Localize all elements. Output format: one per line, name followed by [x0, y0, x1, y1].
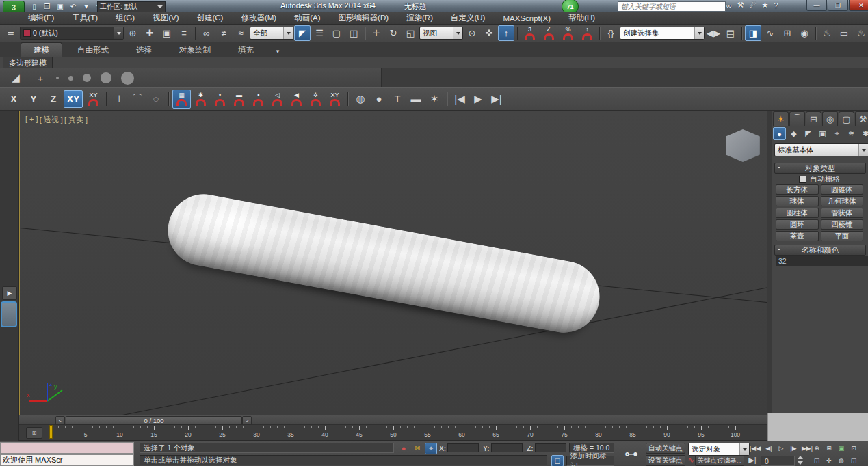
layer-manager-icon[interactable]: ≣ — [3, 25, 19, 41]
select-and-link-icon[interactable]: ∞ — [198, 25, 215, 41]
ribbon-minimize-icon[interactable]: ▾ — [269, 46, 287, 56]
open-file-icon[interactable]: ❒ — [42, 1, 53, 11]
selection-lock-icon[interactable]: ⊠ — [412, 443, 423, 453]
set-key-button[interactable]: ⊶ — [620, 443, 643, 465]
select-by-name-icon[interactable]: ☰ — [311, 25, 328, 41]
x-coordinate-field[interactable] — [447, 443, 479, 452]
reference-coordinate-combo[interactable]: 视图 — [419, 27, 463, 40]
frozen-snap-icon[interactable]: ✲ — [306, 90, 325, 109]
set-key-mode-button[interactable]: 设置关键点 — [646, 455, 685, 466]
face-snap-icon[interactable]: ◁ — [268, 90, 287, 109]
pivot-snap-icon[interactable]: ✱ — [192, 90, 210, 109]
time-slider[interactable]: < 0 / 100 > — [19, 415, 767, 425]
viewport-menu-pov[interactable]: [ 透视 ] — [40, 115, 63, 125]
category-helpers[interactable]: ⌖ — [830, 127, 843, 140]
undo-dropdown-icon[interactable]: ▾ — [81, 1, 92, 11]
selection-filter-combo[interactable]: 全部 — [250, 27, 293, 40]
named-selection-set-combo[interactable]: 创建选择集 — [620, 27, 705, 40]
select-object-icon[interactable]: ◤ — [294, 25, 311, 41]
ribbon-tab-freeform[interactable]: 自由形式 — [65, 43, 121, 57]
menu-item[interactable]: 帮助(H) — [560, 13, 604, 23]
xy-axis-snap-icon[interactable]: XY — [326, 90, 344, 109]
menu-item[interactable]: 自定义(U) — [442, 13, 494, 23]
play-icon[interactable]: ▷ — [776, 443, 787, 453]
category-shapes[interactable]: ◆ — [787, 127, 800, 140]
spinner-snap-icon[interactable]: ↕ — [578, 24, 596, 43]
object-type-rollout-header[interactable]: - 对象类型 — [774, 163, 866, 174]
primitive-button[interactable]: 平面 — [821, 231, 864, 241]
orbit-icon[interactable]: ◍ — [836, 455, 847, 465]
close-button[interactable]: ✕ — [849, 0, 868, 11]
rendered-frame-window-icon[interactable]: ▭ — [836, 25, 852, 41]
capsule-object[interactable] — [162, 189, 605, 339]
menu-item[interactable]: 动画(A) — [285, 13, 329, 23]
perspective-viewport[interactable]: [ + ][ 透视 ][ 真实 ] x y z — [19, 111, 767, 415]
track-bar-ruler[interactable]: 5101520253035404550556065707580859095100 — [51, 426, 739, 440]
angle-snap-icon[interactable]: ∠ — [540, 24, 558, 43]
favorites-icon[interactable]: ★ — [762, 1, 769, 10]
vertex-snap-icon[interactable]: • — [211, 90, 229, 109]
z-coordinate-field[interactable] — [535, 443, 566, 452]
layer-combo[interactable]: 0 (默认) — [20, 27, 124, 40]
undo-icon[interactable]: ↶ — [68, 1, 79, 11]
unlink-selection-icon[interactable]: ≠ — [215, 25, 232, 41]
primitive-button[interactable]: 圆锥体 — [821, 184, 864, 195]
xy-plane-snap-icon[interactable]: XY — [84, 90, 103, 109]
maxscript-listener-log[interactable]: 欢迎使用 MAXScr — [0, 454, 134, 466]
communication-center-icon[interactable]: ☄ — [750, 1, 757, 10]
current-frame-field[interactable]: 0 — [761, 456, 795, 466]
save-file-icon[interactable]: ▣ — [55, 1, 66, 11]
previous-frame-icon[interactable]: ◀| — [763, 443, 774, 453]
menu-item[interactable]: 创建(C) — [187, 13, 232, 23]
key-selection-combo[interactable]: 选定对象 — [688, 443, 750, 456]
menu-item[interactable]: 工具(T) — [63, 13, 107, 23]
render-setup-icon[interactable]: ♨ — [819, 25, 835, 41]
key-mode-toggle-icon[interactable]: ▶| — [747, 455, 758, 465]
align-icon[interactable]: ▤ — [722, 25, 739, 41]
ribbon-tab-object-paint[interactable]: 对象绘制 — [167, 43, 223, 57]
zoom-icon[interactable]: ⊕ — [811, 443, 822, 453]
schematic-view-icon[interactable]: ⊞ — [779, 25, 795, 41]
time-slider-handle[interactable]: 0 / 100 — [66, 416, 242, 425]
step-simulation-icon[interactable]: ▶| — [488, 90, 505, 108]
working-pivot-icon[interactable]: ⊥ — [110, 90, 128, 108]
render-production-icon[interactable]: ♨ — [853, 25, 868, 41]
viewport-layout-tab[interactable] — [1, 301, 17, 327]
go-to-start-icon[interactable]: |◀◀ — [748, 443, 762, 453]
menu-item[interactable]: 组(G) — [107, 13, 144, 23]
tab-create[interactable]: ✶ — [773, 111, 789, 126]
select-and-manipulate-icon[interactable]: ✜ — [481, 25, 497, 41]
keyboard-override-icon[interactable]: ↑ — [498, 25, 514, 41]
menu-item[interactable]: 图形编辑器(D) — [330, 13, 397, 23]
minimize-button[interactable]: — — [806, 0, 827, 11]
use-pivot-center-icon[interactable]: ⊙ — [464, 25, 480, 41]
edit-poly-mode-icon[interactable]: ◢ — [7, 69, 25, 87]
ribbon-tab-modeling[interactable]: 建模 — [21, 42, 62, 57]
frame-spinner[interactable] — [796, 455, 804, 465]
subscription-icon[interactable]: ⚒ — [737, 1, 744, 10]
primitive-type-dropdown[interactable]: 标准基本体 — [774, 143, 868, 156]
primitive-button[interactable]: 四棱锥 — [821, 219, 864, 230]
edit-named-selections-icon[interactable]: {} — [603, 25, 619, 41]
ribbon-tab-populate[interactable]: 填充 — [226, 43, 266, 57]
percent-snap-icon[interactable]: % — [559, 24, 577, 43]
zoom-extents-selected-icon[interactable]: ▣ — [836, 443, 847, 453]
menu-item[interactable]: MAXScript(X) — [494, 14, 560, 23]
auto-key-button[interactable]: 自动关键点 — [646, 443, 685, 454]
pan-hand-icon[interactable]: ✛ — [824, 455, 834, 465]
viewport-menu-general[interactable]: [ + ] — [25, 115, 38, 125]
track-bar[interactable]: ⊞ 51015202530354045505560657075808590951… — [19, 425, 767, 441]
set-current-layer-icon[interactable]: ≡ — [176, 25, 192, 41]
zoom-extents-all-icon[interactable]: ⊡ — [848, 443, 859, 453]
rectangular-selection-icon[interactable]: ▢ — [328, 25, 345, 41]
absolute-mode-transform-icon[interactable]: ⌖ — [425, 443, 437, 454]
maximize-viewport-icon[interactable]: ◱ — [848, 455, 859, 465]
ribbon-tab-selection[interactable]: 选择 — [124, 43, 164, 57]
primitive-button[interactable]: 圆环 — [776, 219, 819, 230]
massfx-world-icon[interactable]: ◍ — [352, 90, 369, 108]
bind-to-space-warp-icon[interactable]: ≈ — [233, 25, 249, 41]
y-constraint-button[interactable]: Y — [24, 90, 43, 108]
autogrid-checkbox[interactable] — [799, 176, 806, 183]
select-objects-in-layer-icon[interactable]: ▣ — [159, 25, 175, 41]
z-constraint-button[interactable]: Z — [44, 90, 63, 108]
